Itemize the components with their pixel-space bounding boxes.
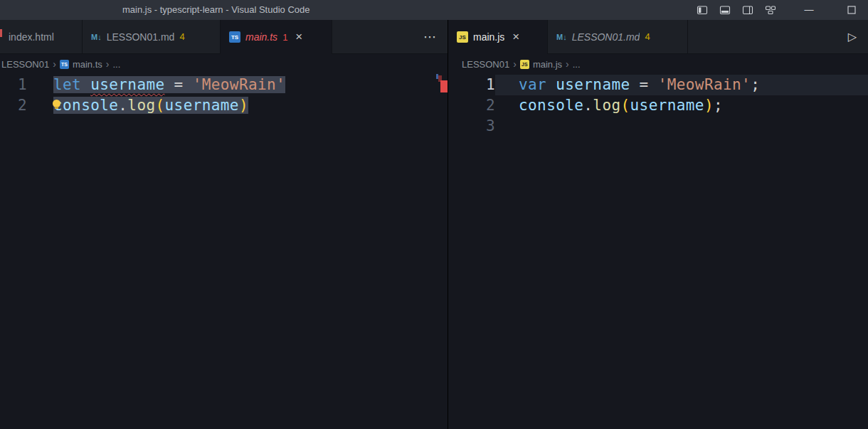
code-line: 2 console.log(username) [0,95,448,116]
token-variable: username [556,76,630,93]
maximize-button[interactable] [842,1,861,19]
code-editor-javascript[interactable]: 1 var username = 'MeowRain'; 2 console.l… [448,74,868,429]
overview-ruler[interactable] [436,74,448,429]
token-semicolon: ; [751,76,760,93]
code-line: 2 console.log(username); [448,95,868,116]
javascript-icon: JS [520,60,529,69]
editor-group-right: JS main.js × M↓ LESSON01.md 4 ▷ LESSON01… [448,20,868,429]
breadcrumb-symbol[interactable]: ... [573,59,581,70]
typescript-icon: TS [229,31,240,43]
token-operator: = [165,76,193,93]
tab-main-ts[interactable]: TS main.ts 1 × [221,20,332,54]
line-number: 1 [0,75,27,95]
tab-index-html[interactable]: index.html [0,20,83,53]
tab-label: main.ts [245,31,277,43]
tab-bar-empty-space [332,20,412,53]
tab-label: index.html [9,31,54,43]
breadcrumb-file[interactable]: main.ts [73,59,102,70]
chevron-right-icon: › [513,58,517,70]
token-close-paren: ) [704,97,714,114]
token-dot: . [583,97,593,114]
tab-error-badge: 1 [282,32,287,43]
code-line: 1 let username = 'MeowRain' [0,75,448,95]
minimize-icon: — [805,1,814,19]
tab-label: LESSON01.md [107,31,175,43]
tab-bar-empty-space [688,20,837,53]
tab-main-js[interactable]: JS main.js × [448,20,548,54]
token-argument: username [165,97,239,114]
line-number: 3 [448,116,495,137]
tab-lesson01-md[interactable]: M↓ LESSON01.md 4 [83,20,221,53]
markdown-icon: M↓ [91,31,102,43]
token-variable-error: username [90,76,164,93]
customize-layout-icon[interactable] [761,1,780,19]
run-button[interactable]: ▷ [837,30,868,43]
more-actions-button[interactable]: ⋯ [412,29,448,45]
tab-bar-left: index.html M↓ LESSON01.md 4 TS main.ts 1… [0,20,448,54]
toggle-secondary-sidebar-icon[interactable] [739,1,757,19]
close-icon[interactable]: × [512,30,519,44]
token-string: 'MeowRain' [658,76,751,93]
token-keyword: var [519,76,556,93]
token-method: log [593,97,620,114]
breadcrumb-right: LESSON01 › JS main.js › ... [448,54,868,74]
token-operator: = [630,76,658,93]
token-string: 'MeowRain' [193,76,285,93]
breadcrumb-folder[interactable]: LESSON01 [1,59,49,70]
lightbulb-icon[interactable] [53,100,60,107]
breadcrumb-left: LESSON01 › TS main.ts › ... [0,54,448,74]
tab-warning-badge: 4 [179,31,184,42]
tab-label: main.js [473,31,504,43]
token-close-paren: ) [239,97,248,114]
window-controls: — [689,0,861,20]
close-icon[interactable]: × [295,30,302,44]
overview-error-mark [440,80,448,92]
code-editor-typescript[interactable]: 1 let username = 'MeowRain' 2 console.lo… [0,74,448,429]
tab-warning-badge: 4 [645,31,650,42]
token-object: console [53,97,118,114]
modified-indicator [0,29,2,37]
window-title: main.js - typescript-learn - Visual Stud… [122,0,310,20]
breadcrumb-file[interactable]: main.js [533,59,562,70]
token-method: log [127,97,155,114]
chevron-right-icon: › [53,58,56,70]
token-semicolon: ; [714,97,723,114]
tab-bar-right: JS main.js × M↓ LESSON01.md 4 ▷ [448,20,868,54]
token-dot: . [118,97,127,114]
token-keyword: let [53,76,90,93]
chevron-right-icon: › [566,58,569,70]
tab-label: LESSON01.md [572,31,640,43]
minimize-button[interactable]: — [800,1,818,19]
markdown-icon: M↓ [556,31,567,43]
line-number: 2 [0,95,27,116]
chevron-right-icon: › [106,58,110,70]
titlebar: main.js - typescript-learn - Visual Stud… [0,0,868,20]
javascript-icon: JS [457,31,468,43]
code-line-empty: 3 [448,116,868,137]
line-number: 1 [448,75,495,95]
breadcrumb-folder[interactable]: LESSON01 [462,59,509,70]
toggle-sidebar-icon[interactable] [693,1,711,19]
token-open-paren: ( [621,97,630,114]
toggle-panel-icon[interactable] [716,1,734,19]
token-object: console [519,97,583,114]
code-line-current: 1 var username = 'MeowRain'; [448,75,868,95]
typescript-icon: TS [60,60,69,69]
line-number: 2 [448,95,495,116]
breadcrumb-symbol[interactable]: ... [112,59,120,70]
token-open-paren: ( [156,97,165,114]
editor-area: index.html M↓ LESSON01.md 4 TS main.ts 1… [0,20,868,429]
editor-group-left: index.html M↓ LESSON01.md 4 TS main.ts 1… [0,20,448,429]
token-argument: username [630,97,704,114]
tab-lesson01-md-preview[interactable]: M↓ LESSON01.md 4 [548,20,688,53]
